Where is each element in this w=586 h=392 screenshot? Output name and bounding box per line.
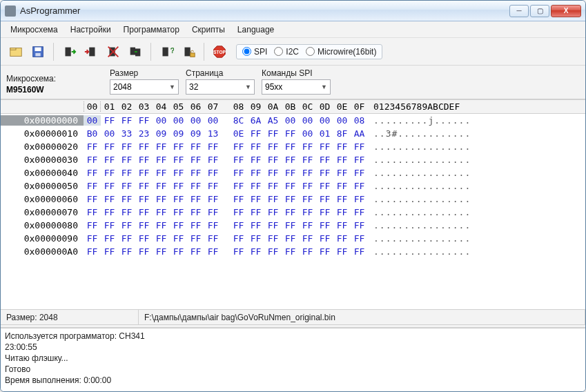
hex-byte[interactable]: FF bbox=[187, 181, 204, 191]
hex-byte[interactable]: FF bbox=[84, 246, 101, 257]
hex-byte[interactable]: FF bbox=[230, 220, 247, 231]
hex-byte[interactable]: FF bbox=[187, 233, 204, 244]
hex-byte[interactable]: FF bbox=[101, 155, 118, 165]
hex-byte[interactable]: FF bbox=[333, 168, 351, 178]
hex-byte[interactable]: FF bbox=[118, 220, 135, 231]
hex-byte[interactable]: FF bbox=[84, 155, 101, 165]
hex-byte[interactable]: FF bbox=[299, 233, 316, 244]
hex-byte[interactable]: FF bbox=[187, 194, 204, 204]
hex-byte[interactable]: FF bbox=[264, 207, 282, 217]
hex-byte[interactable]: FF bbox=[282, 233, 299, 244]
hex-byte[interactable]: FF bbox=[351, 141, 368, 152]
hex-byte[interactable]: FF bbox=[264, 181, 282, 191]
hex-byte[interactable]: FF bbox=[135, 246, 153, 257]
hex-byte[interactable]: FF bbox=[84, 207, 101, 217]
hex-byte[interactable]: FF bbox=[204, 181, 222, 191]
hex-byte[interactable]: FF bbox=[316, 194, 333, 204]
hex-byte[interactable]: 13 bbox=[204, 128, 222, 139]
hex-byte[interactable]: FF bbox=[84, 141, 101, 152]
log-panel[interactable]: Используется программатор: CH34123:00:55… bbox=[1, 328, 585, 391]
protocol-microwire(16bit)[interactable]: Microwire(16bit) bbox=[306, 47, 376, 57]
hex-byte[interactable]: FF bbox=[351, 168, 368, 178]
hex-byte[interactable]: FF bbox=[351, 181, 368, 191]
hex-byte[interactable]: FF bbox=[299, 155, 316, 165]
hex-byte[interactable]: FF bbox=[170, 220, 187, 231]
hex-byte[interactable]: FF bbox=[333, 181, 351, 191]
protocol-spi[interactable]: SPI bbox=[242, 47, 267, 57]
hex-byte[interactable]: FF bbox=[247, 141, 264, 152]
hex-byte[interactable]: 00 bbox=[153, 115, 170, 126]
hex-byte[interactable]: FF bbox=[316, 246, 333, 257]
hex-byte[interactable]: FF bbox=[153, 220, 170, 231]
hex-byte[interactable]: FF bbox=[282, 168, 299, 178]
hex-byte[interactable]: FF bbox=[264, 233, 282, 244]
hex-byte[interactable]: FF bbox=[247, 155, 264, 165]
hex-byte[interactable]: FF bbox=[351, 233, 368, 244]
menu-программатор[interactable]: Программатор bbox=[118, 23, 185, 36]
hex-byte[interactable]: FF bbox=[247, 220, 264, 231]
hex-byte[interactable]: FF bbox=[299, 246, 316, 257]
hex-byte[interactable]: FF bbox=[247, 181, 264, 191]
hex-byte[interactable]: FF bbox=[118, 207, 135, 217]
hex-byte[interactable]: 0E bbox=[230, 128, 247, 139]
hex-byte[interactable]: FF bbox=[204, 168, 222, 178]
hex-byte[interactable]: FF bbox=[101, 115, 118, 126]
hex-byte[interactable]: FF bbox=[282, 128, 299, 139]
hex-byte[interactable]: FF bbox=[247, 194, 264, 204]
hex-byte[interactable]: FF bbox=[282, 207, 299, 217]
hex-byte[interactable]: FF bbox=[101, 207, 118, 217]
hex-byte[interactable]: FF bbox=[247, 128, 264, 139]
hex-byte[interactable]: FF bbox=[101, 246, 118, 257]
hex-byte[interactable]: FF bbox=[187, 155, 204, 165]
hex-byte[interactable]: FF bbox=[264, 168, 282, 178]
hex-byte[interactable]: FF bbox=[333, 207, 351, 217]
hex-byte[interactable]: FF bbox=[135, 207, 153, 217]
hex-byte[interactable]: FF bbox=[101, 181, 118, 191]
hex-byte[interactable]: FF bbox=[351, 194, 368, 204]
hex-byte[interactable]: FF bbox=[170, 233, 187, 244]
hex-byte[interactable]: FF bbox=[230, 155, 247, 165]
hex-byte[interactable]: FF bbox=[135, 233, 153, 244]
hex-byte[interactable]: FF bbox=[264, 194, 282, 204]
maximize-button[interactable]: ▢ bbox=[530, 5, 549, 17]
hex-byte[interactable]: FF bbox=[204, 220, 222, 231]
menu-настройки[interactable]: Настройки bbox=[65, 23, 117, 36]
hex-byte[interactable]: FF bbox=[204, 233, 222, 244]
hex-byte[interactable]: FF bbox=[118, 115, 135, 126]
hex-byte[interactable]: FF bbox=[264, 220, 282, 231]
hex-byte[interactable]: FF bbox=[204, 155, 222, 165]
hex-byte[interactable]: FF bbox=[187, 141, 204, 152]
hex-byte[interactable]: FF bbox=[204, 246, 222, 257]
hex-byte[interactable]: FF bbox=[230, 168, 247, 178]
hex-byte[interactable]: FF bbox=[247, 233, 264, 244]
hex-byte[interactable]: FF bbox=[187, 246, 204, 257]
page-combo[interactable]: 32▼ bbox=[186, 79, 255, 95]
hex-byte[interactable]: FF bbox=[351, 220, 368, 231]
hex-byte[interactable]: 00 bbox=[204, 115, 222, 126]
hex-byte[interactable]: FF bbox=[351, 246, 368, 257]
hex-byte[interactable]: FF bbox=[230, 194, 247, 204]
hex-byte[interactable]: FF bbox=[187, 207, 204, 217]
hex-byte[interactable]: FF bbox=[333, 246, 351, 257]
hex-byte[interactable]: FF bbox=[101, 220, 118, 231]
hex-byte[interactable]: FF bbox=[118, 246, 135, 257]
hex-byte[interactable]: FF bbox=[118, 141, 135, 152]
hex-byte[interactable]: 09 bbox=[187, 128, 204, 139]
hex-row[interactable]: 0x000000A0FFFFFFFFFFFFFFFFFFFFFFFFFFFFFF… bbox=[1, 245, 585, 258]
hex-byte[interactable]: FF bbox=[135, 220, 153, 231]
hex-byte[interactable]: FF bbox=[84, 181, 101, 191]
hex-byte[interactable]: FF bbox=[204, 141, 222, 152]
hex-byte[interactable]: FF bbox=[299, 194, 316, 204]
hex-byte[interactable]: FF bbox=[118, 155, 135, 165]
hex-byte[interactable]: FF bbox=[316, 181, 333, 191]
hex-byte[interactable]: FF bbox=[153, 168, 170, 178]
hex-byte[interactable]: FF bbox=[84, 168, 101, 178]
hex-byte[interactable]: FF bbox=[282, 220, 299, 231]
save-button[interactable] bbox=[28, 42, 48, 61]
hex-byte[interactable]: FF bbox=[282, 181, 299, 191]
hex-byte[interactable]: 8F bbox=[333, 128, 351, 139]
hex-byte[interactable]: FF bbox=[170, 194, 187, 204]
hex-byte[interactable]: FF bbox=[187, 168, 204, 178]
hex-byte[interactable]: 6A bbox=[247, 115, 264, 126]
hex-byte[interactable]: FF bbox=[264, 246, 282, 257]
